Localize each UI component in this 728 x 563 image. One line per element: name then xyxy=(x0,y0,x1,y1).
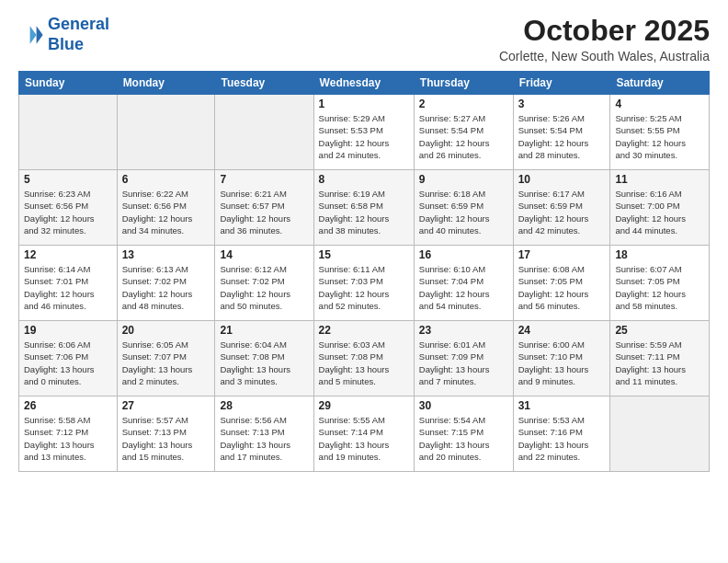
day-info: Sunrise: 6:08 AM Sunset: 7:05 PM Dayligh… xyxy=(518,263,606,312)
day-info: Sunrise: 6:10 AM Sunset: 7:04 PM Dayligh… xyxy=(419,263,508,312)
day-number: 5 xyxy=(24,173,112,186)
calendar-cell: 3Sunrise: 5:26 AM Sunset: 5:54 PM Daylig… xyxy=(513,95,610,170)
calendar-cell xyxy=(610,396,710,472)
day-number: 12 xyxy=(24,248,112,261)
weekday-header: Tuesday xyxy=(215,72,313,95)
day-info: Sunrise: 5:29 AM Sunset: 5:53 PM Dayligh… xyxy=(319,112,409,161)
calendar-cell: 17Sunrise: 6:08 AM Sunset: 7:05 PM Dayli… xyxy=(513,246,610,321)
day-number: 22 xyxy=(319,324,409,337)
svg-marker-0 xyxy=(37,26,43,44)
header: General Blue October 2025 Corlette, New … xyxy=(18,15,710,63)
calendar-cell: 27Sunrise: 5:57 AM Sunset: 7:13 PM Dayli… xyxy=(117,396,215,472)
svg-marker-1 xyxy=(30,26,37,44)
day-info: Sunrise: 6:11 AM Sunset: 7:03 PM Dayligh… xyxy=(319,263,409,312)
day-number: 21 xyxy=(220,324,308,337)
day-info: Sunrise: 5:59 AM Sunset: 7:11 PM Dayligh… xyxy=(615,339,704,387)
calendar-cell: 13Sunrise: 6:13 AM Sunset: 7:02 PM Dayli… xyxy=(117,246,215,321)
day-number: 29 xyxy=(319,399,409,412)
calendar-cell: 4Sunrise: 5:25 AM Sunset: 5:55 PM Daylig… xyxy=(610,95,710,170)
calendar-cell: 21Sunrise: 6:04 AM Sunset: 7:08 PM Dayli… xyxy=(215,321,313,396)
day-number: 23 xyxy=(419,324,508,337)
day-info: Sunrise: 6:19 AM Sunset: 6:58 PM Dayligh… xyxy=(319,188,409,236)
calendar-cell: 7Sunrise: 6:21 AM Sunset: 6:57 PM Daylig… xyxy=(215,170,313,246)
day-number: 15 xyxy=(319,248,409,261)
calendar-week-row: 19Sunrise: 6:06 AM Sunset: 7:06 PM Dayli… xyxy=(19,321,710,396)
day-number: 16 xyxy=(419,248,508,261)
calendar-week-row: 1Sunrise: 5:29 AM Sunset: 5:53 PM Daylig… xyxy=(19,95,710,170)
weekday-header-row: SundayMondayTuesdayWednesdayThursdayFrid… xyxy=(19,72,710,95)
day-number: 24 xyxy=(518,324,606,337)
calendar-cell: 23Sunrise: 6:01 AM Sunset: 7:09 PM Dayli… xyxy=(414,321,513,396)
calendar-cell: 31Sunrise: 5:53 AM Sunset: 7:16 PM Dayli… xyxy=(513,396,610,472)
day-number: 28 xyxy=(220,399,308,412)
logo-icon xyxy=(18,22,44,48)
weekday-header: Thursday xyxy=(414,72,513,95)
calendar-cell: 18Sunrise: 6:07 AM Sunset: 7:05 PM Dayli… xyxy=(610,246,710,321)
day-info: Sunrise: 6:04 AM Sunset: 7:08 PM Dayligh… xyxy=(220,339,308,387)
day-number: 13 xyxy=(122,248,210,261)
day-number: 3 xyxy=(518,98,606,110)
day-number: 14 xyxy=(220,248,308,261)
weekday-header: Saturday xyxy=(610,72,710,95)
page: General Blue October 2025 Corlette, New … xyxy=(0,0,728,563)
day-info: Sunrise: 6:12 AM Sunset: 7:02 PM Dayligh… xyxy=(220,263,308,312)
day-info: Sunrise: 6:16 AM Sunset: 7:00 PM Dayligh… xyxy=(615,188,704,236)
calendar-cell: 19Sunrise: 6:06 AM Sunset: 7:06 PM Dayli… xyxy=(19,321,118,396)
calendar-cell: 5Sunrise: 6:23 AM Sunset: 6:56 PM Daylig… xyxy=(19,170,118,246)
day-info: Sunrise: 6:00 AM Sunset: 7:10 PM Dayligh… xyxy=(518,339,606,387)
calendar-cell: 30Sunrise: 5:54 AM Sunset: 7:15 PM Dayli… xyxy=(414,396,513,472)
calendar-cell: 11Sunrise: 6:16 AM Sunset: 7:00 PM Dayli… xyxy=(610,170,710,246)
day-info: Sunrise: 6:23 AM Sunset: 6:56 PM Dayligh… xyxy=(24,188,112,236)
weekday-header: Monday xyxy=(117,72,215,95)
day-info: Sunrise: 5:27 AM Sunset: 5:54 PM Dayligh… xyxy=(419,112,508,161)
calendar-cell xyxy=(215,95,313,170)
calendar-week-row: 12Sunrise: 6:14 AM Sunset: 7:01 PM Dayli… xyxy=(19,246,710,321)
day-info: Sunrise: 6:06 AM Sunset: 7:06 PM Dayligh… xyxy=(24,339,112,387)
weekday-header: Friday xyxy=(513,72,610,95)
day-number: 11 xyxy=(615,173,704,186)
calendar-cell: 24Sunrise: 6:00 AM Sunset: 7:10 PM Dayli… xyxy=(513,321,610,396)
day-number: 4 xyxy=(615,98,704,110)
day-number: 9 xyxy=(419,173,508,186)
day-info: Sunrise: 5:57 AM Sunset: 7:13 PM Dayligh… xyxy=(122,414,210,463)
calendar-table: SundayMondayTuesdayWednesdayThursdayFrid… xyxy=(18,71,710,472)
day-info: Sunrise: 6:21 AM Sunset: 6:57 PM Dayligh… xyxy=(220,188,308,236)
day-info: Sunrise: 5:53 AM Sunset: 7:16 PM Dayligh… xyxy=(518,414,606,463)
weekday-header: Sunday xyxy=(19,72,118,95)
calendar-cell: 25Sunrise: 5:59 AM Sunset: 7:11 PM Dayli… xyxy=(610,321,710,396)
day-info: Sunrise: 5:55 AM Sunset: 7:14 PM Dayligh… xyxy=(319,414,409,463)
calendar-week-row: 26Sunrise: 5:58 AM Sunset: 7:12 PM Dayli… xyxy=(19,396,710,472)
month-title: October 2025 xyxy=(499,15,710,47)
day-info: Sunrise: 6:05 AM Sunset: 7:07 PM Dayligh… xyxy=(122,339,210,387)
day-number: 30 xyxy=(419,399,508,412)
calendar-cell: 2Sunrise: 5:27 AM Sunset: 5:54 PM Daylig… xyxy=(414,95,513,170)
day-info: Sunrise: 6:01 AM Sunset: 7:09 PM Dayligh… xyxy=(419,339,508,387)
day-info: Sunrise: 6:03 AM Sunset: 7:08 PM Dayligh… xyxy=(319,339,409,387)
day-info: Sunrise: 5:25 AM Sunset: 5:55 PM Dayligh… xyxy=(615,112,704,161)
calendar-cell: 9Sunrise: 6:18 AM Sunset: 6:59 PM Daylig… xyxy=(414,170,513,246)
day-number: 2 xyxy=(419,98,508,110)
day-info: Sunrise: 5:58 AM Sunset: 7:12 PM Dayligh… xyxy=(24,414,112,463)
calendar-cell xyxy=(19,95,118,170)
calendar-cell: 6Sunrise: 6:22 AM Sunset: 6:56 PM Daylig… xyxy=(117,170,215,246)
calendar-week-row: 5Sunrise: 6:23 AM Sunset: 6:56 PM Daylig… xyxy=(19,170,710,246)
day-number: 7 xyxy=(220,173,308,186)
day-info: Sunrise: 6:22 AM Sunset: 6:56 PM Dayligh… xyxy=(122,188,210,236)
day-number: 26 xyxy=(24,399,112,412)
logo-text: General Blue xyxy=(48,15,109,54)
day-number: 1 xyxy=(319,98,409,110)
day-number: 6 xyxy=(122,173,210,186)
calendar-cell xyxy=(117,95,215,170)
calendar-cell: 15Sunrise: 6:11 AM Sunset: 7:03 PM Dayli… xyxy=(313,246,414,321)
day-number: 17 xyxy=(518,248,606,261)
logo-line1: General xyxy=(48,15,109,33)
day-info: Sunrise: 6:14 AM Sunset: 7:01 PM Dayligh… xyxy=(24,263,112,312)
calendar-cell: 16Sunrise: 6:10 AM Sunset: 7:04 PM Dayli… xyxy=(414,246,513,321)
weekday-header: Wednesday xyxy=(313,72,414,95)
day-info: Sunrise: 6:07 AM Sunset: 7:05 PM Dayligh… xyxy=(615,263,704,312)
calendar-cell: 26Sunrise: 5:58 AM Sunset: 7:12 PM Dayli… xyxy=(19,396,118,472)
location-subtitle: Corlette, New South Wales, Australia xyxy=(499,49,710,63)
day-number: 20 xyxy=(122,324,210,337)
calendar-cell: 20Sunrise: 6:05 AM Sunset: 7:07 PM Dayli… xyxy=(117,321,215,396)
day-number: 31 xyxy=(518,399,606,412)
